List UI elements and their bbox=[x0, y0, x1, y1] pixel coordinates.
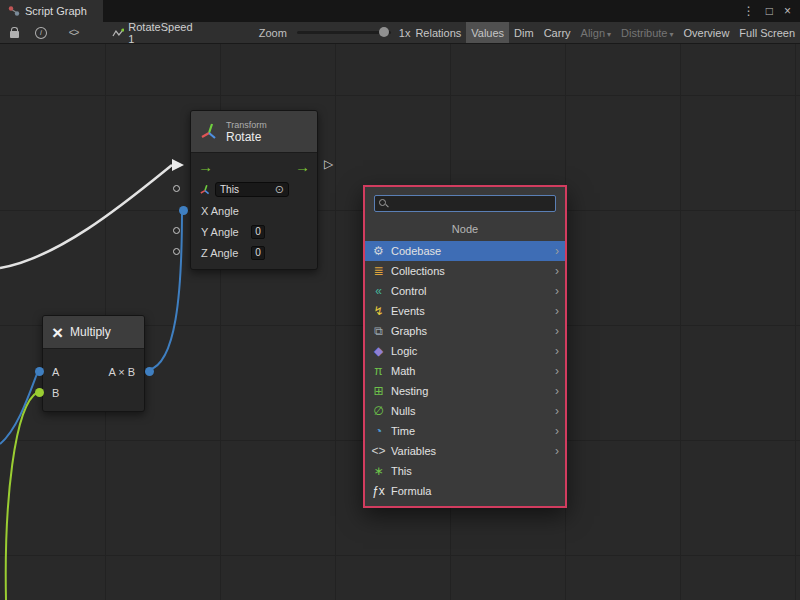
chevron-right-icon: › bbox=[555, 424, 559, 438]
lightning-icon: ↯ bbox=[371, 305, 386, 317]
chevron-right-icon: › bbox=[555, 384, 559, 398]
graph-folder-icon: ⧉ bbox=[371, 325, 386, 337]
finder-item-events[interactable]: ↯Events› bbox=[365, 301, 565, 321]
finder-item-label: Nesting bbox=[391, 385, 550, 397]
align-button[interactable]: Align▾ bbox=[576, 22, 616, 44]
flow-in-arrow-icon[interactable]: → bbox=[198, 159, 213, 174]
zoom-value: 1x bbox=[399, 27, 411, 39]
rotate-node-header[interactable]: Transform Rotate bbox=[191, 111, 317, 153]
dim-button[interactable]: Dim bbox=[509, 22, 539, 44]
this-object-field[interactable]: This ⊙ bbox=[215, 182, 289, 197]
a-input-port[interactable] bbox=[35, 367, 44, 376]
product-output-port[interactable] bbox=[145, 367, 154, 376]
fuzzy-finder: Node ⚙Codebase›≣Collections›«Control›↯Ev… bbox=[363, 185, 567, 508]
z-angle-field[interactable]: 0 bbox=[251, 246, 265, 260]
finder-search-input[interactable] bbox=[393, 197, 551, 211]
flow-output-port[interactable]: ▷ bbox=[324, 158, 333, 170]
chevron-right-icon: › bbox=[555, 284, 559, 298]
finder-item-label: This bbox=[391, 465, 559, 477]
finder-item-formula[interactable]: ƒxFormula bbox=[365, 481, 565, 501]
finder-item-math[interactable]: πMath› bbox=[365, 361, 565, 381]
kebab-menu-icon[interactable]: ⋮ bbox=[743, 4, 755, 18]
close-icon[interactable]: × bbox=[784, 4, 791, 18]
multiply-node-header[interactable]: × Multiply bbox=[43, 316, 144, 349]
chevron-right-icon: › bbox=[555, 244, 559, 258]
null-icon: ∅ bbox=[371, 405, 386, 417]
formula-icon: ƒx bbox=[371, 485, 386, 497]
finder-item-label: Time bbox=[391, 425, 550, 437]
multiply-node[interactable]: × Multiply A A × B B bbox=[42, 315, 145, 412]
control-input-arrow bbox=[172, 159, 184, 171]
x-angle-row: X Angle bbox=[191, 200, 317, 221]
finder-item-nesting[interactable]: ⊞Nesting› bbox=[365, 381, 565, 401]
z-angle-row: Z Angle 0 bbox=[191, 242, 317, 263]
chevron-right-icon: › bbox=[555, 264, 559, 278]
finder-item-variables[interactable]: <>Variables› bbox=[365, 441, 565, 461]
chevron-right-icon: › bbox=[555, 324, 559, 338]
chevron-right-icon: › bbox=[555, 344, 559, 358]
x-angle-label: X Angle bbox=[201, 205, 245, 217]
maximize-icon[interactable]: □ bbox=[766, 4, 773, 18]
chevron-right-icon: › bbox=[555, 304, 559, 318]
finder-item-time[interactable]: ◔Time› bbox=[365, 421, 565, 441]
z-angle-input-port[interactable] bbox=[173, 248, 180, 255]
finder-search-row bbox=[365, 187, 565, 216]
finder-item-this[interactable]: ∗This bbox=[365, 461, 565, 481]
finder-item-codebase[interactable]: ⚙Codebase› bbox=[365, 241, 565, 261]
nesting-icon: ⊞ bbox=[371, 385, 386, 397]
zoom-slider-knob[interactable] bbox=[379, 27, 389, 37]
transform-gizmo-small-icon bbox=[199, 184, 211, 196]
finder-item-label: Codebase bbox=[391, 245, 550, 257]
y-angle-input-port[interactable] bbox=[173, 227, 180, 234]
node-title: Multiply bbox=[70, 325, 111, 339]
graph-toolbar: i <> RotateSpeed 1 Zoom 1x Relations Val… bbox=[0, 22, 800, 44]
b-input-port[interactable] bbox=[35, 388, 44, 397]
finder-item-label: Math bbox=[391, 365, 550, 377]
wire-into-a bbox=[0, 371, 38, 444]
distribute-button[interactable]: Distribute▾ bbox=[616, 22, 678, 44]
carry-button[interactable]: Carry bbox=[539, 22, 576, 44]
pi-icon: π bbox=[371, 365, 386, 377]
finder-item-label: Variables bbox=[391, 445, 550, 457]
this-field-value: This bbox=[220, 184, 272, 195]
graph-breadcrumb[interactable]: RotateSpeed 1 bbox=[112, 22, 200, 44]
relations-button[interactable]: Relations bbox=[410, 22, 466, 44]
values-button[interactable]: Values bbox=[466, 22, 509, 44]
search-icon bbox=[379, 199, 388, 208]
lock-icon[interactable] bbox=[10, 31, 19, 38]
graph-canvas[interactable]: Transform Rotate → → This ⊙ bbox=[0, 44, 800, 600]
this-input-port[interactable] bbox=[173, 185, 180, 192]
transform-gizmo-icon bbox=[199, 122, 219, 142]
wire-into-b bbox=[6, 392, 38, 600]
finder-list: ⚙Codebase›≣Collections›«Control›↯Events›… bbox=[365, 241, 565, 501]
finder-item-collections[interactable]: ≣Collections› bbox=[365, 261, 565, 281]
finder-search-field[interactable] bbox=[374, 195, 556, 212]
finder-item-logic[interactable]: ◆Logic› bbox=[365, 341, 565, 361]
b-row: B bbox=[43, 382, 144, 403]
finder-item-nulls[interactable]: ∅Nulls› bbox=[365, 401, 565, 421]
info-icon[interactable]: i bbox=[35, 27, 47, 39]
zoom-slider[interactable] bbox=[297, 31, 391, 34]
control-flow-row: → → bbox=[191, 153, 317, 179]
flow-out-arrow-icon[interactable]: → bbox=[295, 159, 310, 174]
node-title: Rotate bbox=[226, 130, 267, 144]
multiply-icon: × bbox=[52, 323, 63, 342]
multiply-node-body: A A × B B bbox=[43, 349, 144, 411]
toolbar-buttons: Relations Values Dim Carry Align▾ Distri… bbox=[410, 22, 800, 44]
overview-button[interactable]: Overview bbox=[679, 22, 735, 44]
object-picker-icon[interactable]: ⊙ bbox=[275, 184, 284, 195]
list-icon: ≣ bbox=[371, 265, 386, 277]
tab-script-graph[interactable]: Script Graph bbox=[0, 0, 103, 22]
code-icon[interactable]: <> bbox=[69, 27, 79, 38]
finder-item-graphs[interactable]: ⧉Graphs› bbox=[365, 321, 565, 341]
rotate-node[interactable]: Transform Rotate → → This ⊙ bbox=[190, 110, 318, 270]
a-row: A A × B bbox=[43, 361, 144, 382]
finder-item-control[interactable]: «Control› bbox=[365, 281, 565, 301]
x-angle-input-port[interactable] bbox=[179, 206, 188, 215]
finder-item-label: Formula bbox=[391, 485, 559, 497]
tab-title: Script Graph bbox=[25, 5, 87, 17]
this-icon: ∗ bbox=[371, 465, 386, 477]
variables-icon: <> bbox=[371, 445, 386, 457]
fullscreen-button[interactable]: Full Screen bbox=[734, 22, 800, 44]
y-angle-field[interactable]: 0 bbox=[251, 225, 265, 239]
